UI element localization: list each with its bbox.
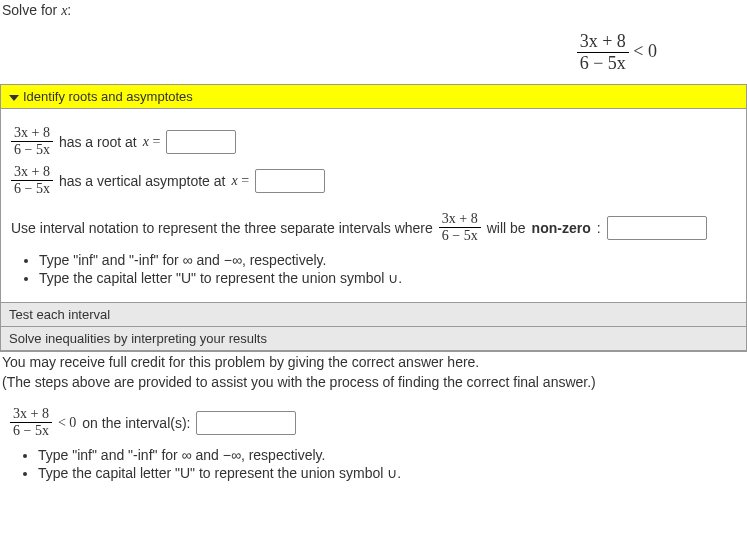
root-fraction: 3x + 8 6 − 5x: [11, 125, 53, 158]
final-on-text: on the interval(s):: [82, 415, 190, 431]
asymp-text: has a vertical asymptote at: [59, 173, 226, 189]
main-ineq-op: < 0: [629, 41, 657, 61]
credit-note-1: You may receive full credit for this pro…: [0, 352, 747, 372]
final-line: 3x + 8 6 − 5x < 0 on the interval(s):: [10, 406, 737, 439]
root-eq: x =: [143, 134, 161, 150]
hints-list-1: Type "inf" and "-inf" for ∞ and −∞, resp…: [11, 252, 736, 286]
hint-item: Type "inf" and "-inf" for ∞ and −∞, resp…: [39, 252, 736, 268]
asymp-frac-den: 6 − 5x: [11, 180, 53, 197]
section-title-1: Identify roots and asymptotes: [23, 89, 193, 104]
interval-text-1: Use interval notation to represent the t…: [11, 220, 433, 236]
interval-line: Use interval notation to represent the t…: [11, 211, 736, 244]
int-frac-num: 3x + 8: [439, 211, 481, 227]
interval-text-4: :: [597, 220, 601, 236]
section-title-2: Test each interval: [9, 307, 110, 322]
int-frac-den: 6 − 5x: [439, 227, 481, 244]
main-fraction: 3x + 8 6 − 5x: [577, 31, 629, 74]
asymp-frac-num: 3x + 8: [11, 164, 53, 180]
asymp-fraction: 3x + 8 6 − 5x: [11, 164, 53, 197]
root-input[interactable]: [166, 130, 236, 154]
root-text: has a root at: [59, 134, 137, 150]
caret-down-icon: [9, 95, 19, 101]
asymptote-input[interactable]: [255, 169, 325, 193]
fraction-denominator: 6 − 5x: [577, 52, 629, 74]
hint-item: Type the capital letter "U" to represent…: [39, 270, 736, 286]
hint-item: Type the capital letter "U" to represent…: [38, 465, 737, 481]
interval-text-2: will be: [487, 220, 526, 236]
fraction-numerator: 3x + 8: [577, 31, 629, 52]
prompt-prefix: Solve for: [2, 2, 61, 18]
section-title-3: Solve inequalities by interpreting your …: [9, 331, 267, 346]
sections-container: Identify roots and asymptotes 3x + 8 6 −…: [0, 84, 747, 352]
final-answer-input[interactable]: [196, 411, 296, 435]
final-frac-num: 3x + 8: [10, 406, 52, 422]
root-line: 3x + 8 6 − 5x has a root at x =: [11, 125, 736, 158]
root-frac-num: 3x + 8: [11, 125, 53, 141]
hints-list-2: Type "inf" and "-inf" for ∞ and −∞, resp…: [10, 447, 737, 481]
credit-note-2: (The steps above are provided to assist …: [0, 372, 747, 392]
section-header-roots[interactable]: Identify roots and asymptotes: [1, 84, 746, 109]
interval-fraction: 3x + 8 6 − 5x: [439, 211, 481, 244]
final-frac-den: 6 − 5x: [10, 422, 52, 439]
problem-prompt: Solve for x:: [0, 0, 747, 25]
asymp-eq: x =: [231, 173, 249, 189]
prompt-suffix: :: [67, 2, 71, 18]
nonzero-intervals-input[interactable]: [607, 216, 707, 240]
interval-text-3: non-zero: [532, 220, 591, 236]
hint-item: Type "inf" and "-inf" for ∞ and −∞, resp…: [38, 447, 737, 463]
section-body-roots: 3x + 8 6 − 5x has a root at x = 3x + 8 6…: [1, 109, 746, 302]
asymptote-line: 3x + 8 6 − 5x has a vertical asymptote a…: [11, 164, 736, 197]
final-fraction: 3x + 8 6 − 5x: [10, 406, 52, 439]
section-header-solve[interactable]: Solve inequalities by interpreting your …: [1, 327, 746, 351]
final-answer-area: 3x + 8 6 − 5x < 0 on the interval(s): Ty…: [0, 392, 747, 497]
final-ineq: < 0: [58, 415, 76, 431]
main-inequality: 3x + 8 6 − 5x < 0: [0, 25, 747, 84]
section-header-test[interactable]: Test each interval: [1, 302, 746, 327]
root-frac-den: 6 − 5x: [11, 141, 53, 158]
